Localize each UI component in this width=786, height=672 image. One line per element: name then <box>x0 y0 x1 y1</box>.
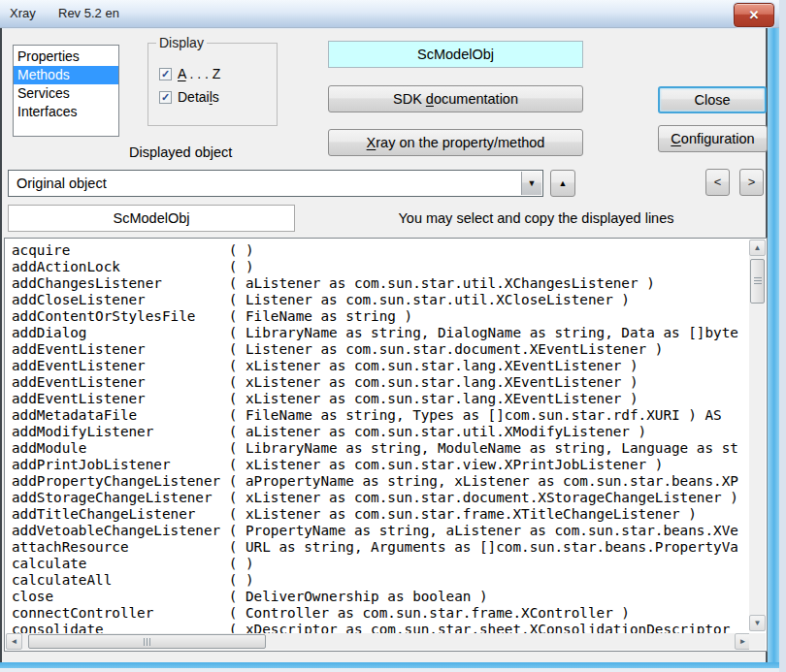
scroll-up-button[interactable]: ▲ <box>749 240 766 256</box>
combobox-value: Original object <box>16 171 107 196</box>
checkbox-row[interactable]: ✓Details <box>159 89 219 105</box>
window-frame-right <box>768 28 779 662</box>
scrollbar-corner <box>749 633 766 650</box>
method-line[interactable]: addCloseListener ( Listener as com.sun.s… <box>12 292 751 308</box>
method-line[interactable]: acquire ( ) <box>12 242 751 259</box>
scroll-right-icon: ► <box>739 637 747 646</box>
methods-list-panel[interactable]: acquire ( )addActionLock ( )addChangesLi… <box>4 238 768 652</box>
display-group-title: Display <box>156 35 207 50</box>
window-title: Xray <box>10 6 36 20</box>
list-item-interfaces[interactable]: Interfaces <box>14 103 118 121</box>
displayed-object-label: Displayed object <box>129 144 232 160</box>
window-revision: Rev 5.2 en <box>58 6 119 20</box>
vertical-scrollbar[interactable]: ▲ ▼ <box>749 240 766 631</box>
copy-hint-label: You may select and copy the displayed li… <box>320 210 752 226</box>
method-line[interactable]: addMetadataFile ( FileName as string, Ty… <box>12 407 751 424</box>
scroll-left-icon: ◄ <box>11 637 18 646</box>
combobox-dropdown-button[interactable]: ▼ <box>521 172 541 195</box>
object-type-field: ScModelObj <box>328 41 583 68</box>
method-line[interactable]: addEventListener ( Listener as com.sun.s… <box>12 341 751 358</box>
checkbox-label: A . . . Z <box>178 66 220 81</box>
scroll-left-button[interactable]: ◄ <box>6 633 22 650</box>
checkbox-a-z[interactable]: ✓ <box>159 68 172 80</box>
list-item-properties[interactable]: Properties <box>14 48 118 66</box>
xray-window: Xray Rev 5.2 en ✕ PropertiesMethodsServi… <box>0 0 786 672</box>
method-line[interactable]: addEventListener ( xListener as com.sun.… <box>12 391 751 407</box>
method-line[interactable]: calculateAll ( ) <box>12 572 751 589</box>
title-bar[interactable]: Xray Rev 5.2 en ✕ <box>0 0 779 28</box>
xray-on-property-method-button[interactable]: Xray on the property/method <box>328 129 583 156</box>
sdk-documentation-button[interactable]: SDK documentation <box>328 85 583 112</box>
method-line[interactable]: addVetoableChangeListener ( PropertyName… <box>12 523 751 539</box>
checkbox-label: Details <box>178 89 219 105</box>
method-line[interactable]: addModifyListener ( aListener as com.sun… <box>12 424 751 440</box>
window-frame-bottom <box>0 662 779 668</box>
parent-object-button[interactable]: ▲ <box>550 170 575 197</box>
chevron-down-icon: ▼ <box>528 178 537 188</box>
close-icon: ✕ <box>749 8 760 22</box>
methods-lines: acquire ( )addActionLock ( )addChangesLi… <box>12 242 751 634</box>
desktop-strip <box>779 0 786 672</box>
checkbox-row[interactable]: ✓A . . . Z <box>159 66 220 81</box>
scroll-down-button[interactable]: ▼ <box>749 615 766 631</box>
close-button[interactable]: Close <box>658 86 767 113</box>
horizontal-scrollbar-thumb[interactable] <box>28 634 266 649</box>
method-line[interactable]: close ( DeliverOwnership as boolean ) <box>12 589 751 605</box>
previous-button[interactable]: < <box>705 169 730 196</box>
configuration-button[interactable]: Configuration <box>658 125 768 152</box>
next-button[interactable]: > <box>739 169 764 196</box>
scroll-up-icon: ▲ <box>754 243 762 252</box>
method-line[interactable]: addPropertyChangeListener ( aPropertyNam… <box>12 473 751 490</box>
horizontal-scrollbar[interactable]: ◄ ► <box>6 633 751 650</box>
object-part-listbox[interactable]: PropertiesMethodsServicesInterfaces <box>13 45 119 137</box>
dialog-body: PropertiesMethodsServicesInterfaces Disp… <box>2 29 766 662</box>
method-line[interactable]: addModule ( LibraryName as string, Modul… <box>12 440 751 457</box>
method-line[interactable]: addEventListener ( xListener as com.sun.… <box>12 374 751 391</box>
up-arrow-icon: ▲ <box>559 178 568 188</box>
object-name-field: ScModelObj <box>8 205 295 232</box>
method-line[interactable]: connectController ( Controller as com.su… <box>12 605 751 622</box>
method-line[interactable]: addEventListener ( xListener as com.sun.… <box>12 358 751 374</box>
method-line[interactable]: addStorageChangeListener ( xListener as … <box>12 490 751 506</box>
list-item-methods[interactable]: Methods <box>14 66 118 84</box>
vertical-scrollbar-thumb[interactable] <box>750 259 765 304</box>
list-item-services[interactable]: Services <box>14 84 118 103</box>
method-line[interactable]: addTitleChangeListener ( xListener as co… <box>12 506 751 523</box>
method-line[interactable]: attachResource ( URL as string, Argument… <box>12 539 751 556</box>
scroll-down-icon: ▼ <box>754 619 762 627</box>
method-line[interactable]: calculate ( ) <box>12 556 751 572</box>
method-line[interactable]: addActionLock ( ) <box>12 259 751 275</box>
method-line[interactable]: addContentOrStylesFile ( FileName as str… <box>12 308 751 325</box>
checkbox-details[interactable]: ✓ <box>159 91 172 104</box>
displayed-object-combobox[interactable]: Original object ▼ <box>8 170 543 197</box>
method-line[interactable]: addChangesListener ( aListener as com.su… <box>12 275 751 292</box>
display-groupbox: Display ✓A . . . Z✓Details <box>147 43 278 126</box>
method-line[interactable]: addPrintJobListener ( xListener as com.s… <box>12 457 751 473</box>
window-close-button[interactable]: ✕ <box>734 3 774 27</box>
method-line[interactable]: addDialog ( LibraryName as string, Dialo… <box>12 325 751 341</box>
